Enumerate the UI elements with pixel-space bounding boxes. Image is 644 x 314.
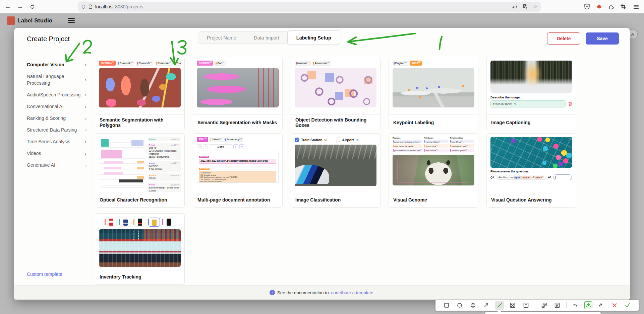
save-icon[interactable] [584,301,592,309]
product-chip-cola-can[interactable] [105,218,117,227]
genome-label[interactable]: nose is black[5] [424,144,449,148]
tab-data-import[interactable]: Data Import [245,32,288,44]
delete-button[interactable]: Delete [547,32,580,45]
translate-alt-icon[interactable]: A [523,4,528,9]
rectangle-icon[interactable] [442,301,451,310]
checkbox-icon[interactable] [336,138,340,142]
next-page-button[interactable]: > [233,144,238,149]
choice-airport[interactable]: Airport[2] [336,138,359,142]
pencil-icon[interactable]: ✎ [514,102,517,106]
genome-label[interactable]: panda bear holding something[1] [393,140,422,143]
choice-train-station[interactable]: ✓Train Station[1] [295,138,327,142]
sidebar-item-ranking-scoring[interactable]: Ranking & Scoring › [27,115,86,122]
label-tag-title[interactable]: Title[1] [197,137,208,142]
template-card-object-detection-with-bounding-boxes[interactable]: Normal[1]Abnormal[2] Object Detection wi… [291,57,380,130]
label-tag-runner1[interactable]: Runner1[1] [99,61,116,66]
template-card-inventory-tracking[interactable]: Inventory Tracking [95,213,185,285]
copy-text-icon[interactable] [540,301,548,310]
reload-icon[interactable] [28,3,36,11]
url-bar[interactable]: localhost:8080/projects A A ☆ [78,2,541,12]
first-page-button[interactable]: << [197,144,202,149]
back-icon[interactable]: ← [4,3,12,11]
genome-label[interactable]: trees behind the panda[2] [393,144,422,148]
template-card-optical-character-recognition[interactable]: ⚑ logowed420 👁 ⚑ textqwe124 👁 Ship To 32… [95,133,185,208]
answer-input[interactable] [553,174,572,180]
label-tag-airplane[interactable]: Airplane[1] [197,61,213,66]
label-tag-wing[interactable]: Wing[2] [410,61,422,66]
save-button[interactable]: Save [586,32,619,45]
template-card-keypoint-labeling[interactable]: Engine[1]Wing[2] Keypoint Labeling [389,57,478,130]
genome-label[interactable]: mouth OF panda[3] [450,149,474,152]
emoji-icon[interactable] [469,301,477,310]
genome-label[interactable]: piece of bamboo in panda's paw[3] [393,149,422,152]
confirm-icon[interactable] [623,301,632,310]
template-card-visual-genome[interactable]: Regionspanda bear holding something[1]tr… [389,133,478,208]
template-card-image-classification[interactable]: ✓Train Station[1] Airport[2]Image Classi… [291,133,380,208]
product-chip-bottle[interactable] [149,218,160,227]
checkbox-icon[interactable]: ✓ [295,138,299,142]
extensions-puzzle-icon[interactable] [607,3,615,10]
contribute-template-link[interactable]: contribute a template. [331,290,375,295]
sidebar-item-time-series-analysis[interactable]: Time Series Analysis › [27,138,86,145]
template-card-multi-page-document-annotation[interactable]: Title[1]Table[2]Summary[3] << < 1 of 9 >… [193,133,283,208]
ocr-region[interactable]: ⚑ titleqwe124 👁 INVOICE # INV-000001 [148,161,181,172]
menu-hamburger-icon[interactable] [68,18,75,23]
ocr-region[interactable]: ⚑ textqwe124 👁 Ship To 3242 Chandler Hol… [148,143,181,160]
translate-icon[interactable]: A [512,4,518,9]
label-tag-normal[interactable]: Normal[1] [295,61,311,66]
label-tag-abnormal[interactable]: Abnormal[2] [312,61,332,66]
bookmark-star-icon[interactable]: ☆ [533,4,537,10]
sidebar-item-videos[interactable]: Videos › [27,150,86,157]
share-icon[interactable] [597,301,605,310]
sidebar-item-natural-language-processing[interactable]: Natural Language Processing › [27,73,86,86]
prev-page-button[interactable]: < [203,144,208,149]
ocr-region[interactable]: ⚑ logowed420 👁 [148,137,181,141]
label-tag-engine[interactable]: Engine[1] [393,61,408,66]
undo-icon[interactable] [571,301,580,310]
cancel-icon[interactable] [610,301,619,310]
doc-section-title[interactable]: ⚑ 1: Title 2022, Apr. 2022 Release CP:Sp… [199,153,276,164]
label-tag-runner5[interactable]: Runner5[5] [174,61,181,66]
sidebar-item-computer-vision[interactable]: Computer Vision › [27,61,86,68]
sidebar-item-structured-data-parsing[interactable]: Structured Data Parsing › [27,127,86,133]
product-chip-energy-can[interactable] [134,218,145,227]
product-chip-redbull-can[interactable] [120,218,131,227]
ellipse-icon[interactable] [455,301,464,310]
pocket-icon[interactable] [583,3,591,10]
sidebar-item-audio-speech-processing[interactable]: Audio/Speech Processing › [27,91,86,98]
trash-icon[interactable] [568,102,572,106]
last-page-button[interactable]: >> [239,144,244,149]
text-icon[interactable] [522,301,530,310]
template-card-semantic-segmentation-with-polygons[interactable]: Runner1[1]Runner2[2]Runner3[3]Runner4[4]… [95,57,185,130]
template-card-semantic-segmentation-with-masks[interactable]: Airplane[1]Car[2] Semantic Segmentation … [193,57,283,130]
sidebar-item-conversational-ai[interactable]: Conversational AI › [27,103,86,110]
forward-icon[interactable]: → [16,3,24,11]
genome-label[interactable]: tree BEHIND bear[2] [450,144,474,148]
ocr-region[interactable]: ⚑ priceqwe124 👁 900.00 [148,173,181,181]
maple-leaf-icon[interactable] [595,3,603,10]
template-card-visual-question-answering[interactable]: Please answer the question: Q1 Are there… [486,133,576,208]
custom-template-link[interactable]: Custom template [27,271,62,277]
ocr-icon[interactable] [553,301,562,310]
label-tag-runner3[interactable]: Runner3[3] [136,61,154,66]
genome-label[interactable]: hole ON log[1] [450,140,474,143]
label-tag-runner4[interactable]: Runner4[4] [155,61,173,66]
tab-project-name[interactable]: Project Name [198,32,245,44]
pixelate-icon[interactable] [508,301,517,310]
pencil-icon[interactable] [495,301,504,310]
caption-input[interactable]: Trees in snow.✎ [490,100,566,107]
label-tag-summary[interactable]: Summary[3] [224,137,243,142]
arrow-icon[interactable] [482,301,490,310]
genome-label[interactable]: face is round[6] [424,149,449,152]
sidebar-item-generative-ai[interactable]: Generative AI › [27,162,86,168]
doc-section-table[interactable]: ⚑ 2: Table A2 Indications 100 Unstable a… [199,165,276,183]
genome-label[interactable]: marking is black[4] [424,140,449,143]
template-card-image-captioning[interactable]: Describe the image: Trees in snow.✎ Imag… [486,57,576,130]
label-tag-car[interactable]: Car[2] [215,61,226,66]
product-chip-monster-can[interactable] [163,218,174,227]
label-tag-table[interactable]: Table[2] [210,137,223,142]
label-tag-runner2[interactable]: Runner2[2] [117,61,135,66]
screenshot-crop-icon[interactable] [620,3,627,10]
browser-menu-icon[interactable] [632,3,640,10]
tab-labeling-setup[interactable]: Labeling Setup [287,30,340,45]
